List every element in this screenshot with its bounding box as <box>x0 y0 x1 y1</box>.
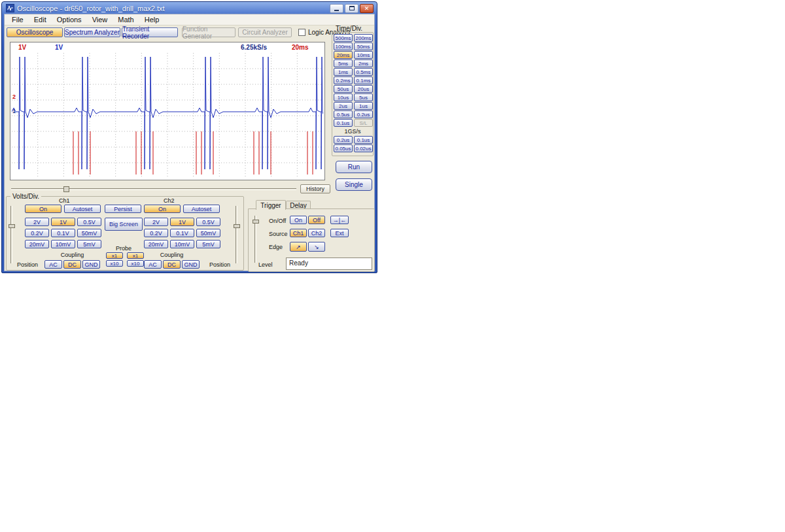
ch2-on-button[interactable]: On <box>144 205 181 213</box>
timediv-1gs-0.2us[interactable]: 0.2us <box>334 136 353 144</box>
ch2-voltsdiv-20mV[interactable]: 20mV <box>144 240 168 248</box>
trigger-center-button[interactable]: →|← <box>330 216 349 224</box>
trigger-source-label: Source <box>269 231 288 237</box>
ch1-coupling-DC[interactable]: DC <box>63 260 81 269</box>
horizontal-position-thumb[interactable] <box>63 186 69 192</box>
timediv-S/L[interactable]: S/L <box>354 119 373 127</box>
timediv-5us[interactable]: 5us <box>354 93 373 101</box>
timediv-50us[interactable]: 50us <box>334 85 353 93</box>
timediv-10ms[interactable]: 10ms <box>354 51 373 59</box>
timediv-0.5ms[interactable]: 0.5ms <box>354 68 373 76</box>
tab-transient-recorder[interactable]: Transient Recorder <box>122 27 178 37</box>
menu-options[interactable]: Options <box>52 15 87 25</box>
timediv-0.1ms[interactable]: 0.1ms <box>354 76 373 84</box>
ch2-voltsdiv-0.5V[interactable]: 0.5V <box>196 218 220 226</box>
trigger-source-ch2-button[interactable]: Ch2 <box>308 229 325 237</box>
timediv-1ms[interactable]: 1ms <box>334 68 353 76</box>
ch1-voltsdiv-0.2V[interactable]: 0.2V <box>25 229 49 237</box>
timediv-0.2us[interactable]: 0.2us <box>354 110 373 118</box>
ch2-position-slider[interactable] <box>236 206 237 263</box>
menu-math[interactable]: Math <box>113 15 139 25</box>
menu-file[interactable]: File <box>7 15 29 25</box>
timediv-100ms[interactable]: 100ms <box>334 42 353 50</box>
trigger-level-thumb[interactable] <box>253 220 259 224</box>
trigger-source-ch1-button[interactable]: Ch1 <box>290 229 307 237</box>
timediv-20ms[interactable]: 20ms <box>334 51 353 59</box>
ch2-voltsdiv-2V[interactable]: 2V <box>144 218 168 226</box>
ch1-coupling-GND[interactable]: GND <box>82 260 100 269</box>
timediv-5ms[interactable]: 5ms <box>334 59 353 67</box>
ch1-voltsdiv-2V[interactable]: 2V <box>25 218 49 226</box>
timediv-2us[interactable]: 2us <box>334 102 353 110</box>
trigger-level-slider[interactable] <box>254 216 256 263</box>
minimize-button[interactable] <box>330 4 343 13</box>
trigger-on-button[interactable]: On <box>290 216 307 224</box>
ch1-voltsdiv-0.5V[interactable]: 0.5V <box>77 218 101 226</box>
ch2-position-thumb[interactable] <box>234 224 240 228</box>
tab-trigger[interactable]: Trigger <box>256 200 286 210</box>
run-button[interactable]: Run <box>336 161 372 173</box>
logic-analyzer-checkbox[interactable] <box>298 29 305 36</box>
timediv-1gs-0.05us[interactable]: 0.05us <box>334 144 353 152</box>
ch2-voltsdiv-0.1V[interactable]: 0.1V <box>170 229 194 237</box>
time-div-title: Time/Div. <box>336 25 362 32</box>
ch2-coupling-GND[interactable]: GND <box>182 260 200 269</box>
horizontal-position-slider[interactable] <box>11 188 296 190</box>
timediv-1gs-0.1us[interactable]: 0.1us <box>354 136 373 144</box>
ch2-voltsdiv-10mV[interactable]: 10mV <box>170 240 194 248</box>
timediv-1us[interactable]: 1us <box>354 102 373 110</box>
probe-ch1-x10[interactable]: x10 <box>106 260 123 267</box>
ch2-coupling-AC[interactable]: AC <box>144 260 162 269</box>
ch1-position-thumb[interactable] <box>9 224 15 228</box>
big-screen-button[interactable]: Big Screen <box>105 218 143 231</box>
time-div-grid: 500ms200ms100ms50ms20ms10ms5ms2ms1ms0.5m… <box>334 34 373 127</box>
ch2-voltsdiv-50mV[interactable]: 50mV <box>196 229 220 237</box>
trigger-off-button[interactable]: Off <box>308 216 325 224</box>
timediv-1gs-0.02us[interactable]: 0.02us <box>354 144 373 152</box>
probe-ch2-x10[interactable]: x10 <box>127 260 144 267</box>
trigger-source-ext-button[interactable]: Ext <box>330 229 349 237</box>
maximize-button[interactable] <box>345 4 358 13</box>
timediv-0.5us[interactable]: 0.5us <box>334 110 353 118</box>
probe-ch1-x1[interactable]: x1 <box>106 252 123 259</box>
tab-spectrum-analyzer[interactable]: Spectrum Analyzer <box>64 27 120 37</box>
tab-function-generator[interactable]: Function Generator <box>182 27 236 37</box>
persist-button[interactable]: Persist <box>105 205 141 213</box>
ch2-voltsdiv-1V[interactable]: 1V <box>170 218 194 226</box>
maximize-icon <box>349 6 355 10</box>
tab-circuit-analyzer[interactable]: Circuit Analyzer <box>238 27 292 37</box>
timediv-2ms[interactable]: 2ms <box>354 59 373 67</box>
timediv-200ms[interactable]: 200ms <box>354 34 373 42</box>
timediv-20us[interactable]: 20us <box>354 85 373 93</box>
ch1-voltsdiv-10mV[interactable]: 10mV <box>51 240 75 248</box>
menu-help[interactable]: Help <box>139 15 165 25</box>
ch1-voltsdiv-0.1V[interactable]: 0.1V <box>51 229 75 237</box>
probe-ch2-x1[interactable]: x1 <box>127 252 144 259</box>
timediv-500ms[interactable]: 500ms <box>334 34 353 42</box>
trigger-edge-falling-button[interactable]: ↘ <box>308 242 325 252</box>
ch1-voltsdiv-5mV[interactable]: 5mV <box>77 240 101 248</box>
ch1-position-slider[interactable] <box>10 206 12 263</box>
ch2-voltsdiv-0.2V[interactable]: 0.2V <box>144 229 168 237</box>
ch1-autoset-button[interactable]: Autoset <box>64 205 101 213</box>
tab-oscilloscope[interactable]: Oscilloscope <box>7 27 63 37</box>
history-button[interactable]: History <box>300 184 330 193</box>
titlebar[interactable]: Oscilloscope - dr650_rotor_with_drill_ma… <box>4 2 375 14</box>
ch2-autoset-button[interactable]: Autoset <box>183 205 220 213</box>
menu-view[interactable]: View <box>87 15 113 25</box>
ch1-voltsdiv-20mV[interactable]: 20mV <box>25 240 49 248</box>
ch1-voltsdiv-1V[interactable]: 1V <box>51 218 75 226</box>
timediv-0.1us[interactable]: 0.1us <box>334 119 353 127</box>
ch1-voltsdiv-50mV[interactable]: 50mV <box>77 229 101 237</box>
ch2-voltsdiv-5mV[interactable]: 5mV <box>196 240 220 248</box>
ch1-coupling-AC[interactable]: AC <box>44 260 62 269</box>
ch1-on-button[interactable]: On <box>25 205 61 213</box>
menu-edit[interactable]: Edit <box>29 15 52 25</box>
timediv-0.2ms[interactable]: 0.2ms <box>334 76 353 84</box>
timediv-10us[interactable]: 10us <box>334 93 353 101</box>
trigger-edge-rising-button[interactable]: ↗ <box>290 242 307 252</box>
ch2-coupling-DC[interactable]: DC <box>163 260 181 269</box>
close-button[interactable]: ✕ <box>360 4 374 13</box>
timediv-50ms[interactable]: 50ms <box>354 42 373 50</box>
single-button[interactable]: Single <box>336 178 372 191</box>
